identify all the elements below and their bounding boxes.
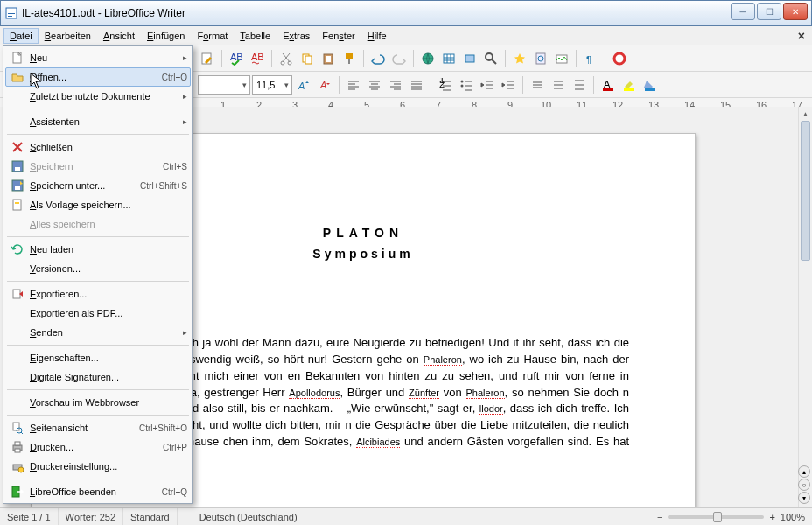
window-title: IL-ates4101.odt - LibreOffice Writer bbox=[22, 7, 186, 19]
exit-icon bbox=[9, 485, 26, 499]
line-spacing-15-icon[interactable] bbox=[549, 75, 568, 94]
table-icon[interactable] bbox=[439, 49, 458, 68]
menu-item-senden[interactable]: Senden▸ bbox=[5, 323, 191, 342]
navigator-icon[interactable] bbox=[531, 49, 550, 68]
menu-item-drucken[interactable]: Drucken...Ctrl+P bbox=[5, 438, 191, 457]
close-button[interactable]: ✕ bbox=[783, 3, 808, 20]
spellcheck-icon[interactable]: ABC bbox=[227, 49, 246, 68]
reload-icon bbox=[9, 242, 26, 256]
menu-extras[interactable]: Extras bbox=[276, 28, 316, 44]
menu-item-alles-speichern[interactable]: Alles speichern bbox=[5, 214, 191, 234]
menu-einfuegen[interactable]: Einfügen bbox=[141, 28, 191, 44]
zoom-value[interactable]: 100% bbox=[780, 512, 805, 522]
new-icon bbox=[9, 51, 26, 65]
menu-item-exportieren-als-pdf[interactable]: Exportieren als PDF... bbox=[5, 304, 191, 323]
menu-item-vorschau-im-webbrowser[interactable]: Vorschau im Webbrowser bbox=[5, 393, 191, 412]
menu-item-exportieren[interactable]: Exportieren... bbox=[5, 284, 191, 304]
submenu-arrow-icon: ▸ bbox=[183, 117, 187, 126]
nav-up-icon[interactable]: ▴ bbox=[798, 466, 810, 478]
star-icon[interactable] bbox=[510, 49, 529, 68]
maximize-button[interactable]: ☐ bbox=[757, 3, 781, 20]
format-paint-icon[interactable] bbox=[340, 49, 359, 68]
highlight-icon[interactable] bbox=[620, 75, 639, 94]
vertical-scrollbar[interactable]: ▲ ▼ bbox=[798, 107, 812, 508]
font-size-combo[interactable]: 11,5 bbox=[252, 75, 292, 94]
menu-item-zuletzt-benutzte-dokumente[interactable]: Zuletzt benutzte Dokumente▸ bbox=[5, 87, 191, 106]
undo-icon[interactable] bbox=[368, 49, 388, 68]
menu-bearbeiten[interactable]: Bearbeiten bbox=[38, 28, 97, 44]
cut-icon[interactable] bbox=[276, 49, 296, 68]
menu-item-assistenten[interactable]: Assistenten▸ bbox=[5, 112, 191, 131]
menu-item-versionen[interactable]: Versionen... bbox=[5, 259, 191, 278]
menu-item-libreoffice-beenden[interactable]: LibreOffice beendenCtrl+Q bbox=[5, 482, 191, 501]
status-lang[interactable]: Deutsch (Deutschland) bbox=[192, 508, 305, 525]
menu-item-label: Senden bbox=[30, 327, 179, 338]
menu-item-speichern[interactable]: SpeichernCtrl+S bbox=[5, 157, 191, 176]
svg-rect-32 bbox=[624, 88, 634, 91]
menu-item-neu-laden[interactable]: Neu laden bbox=[5, 240, 191, 259]
menu-item-ffnen[interactable]: Öffnen...Ctrl+O bbox=[5, 67, 191, 87]
line-spacing-2-icon[interactable] bbox=[570, 75, 589, 94]
bg-color-icon[interactable] bbox=[640, 75, 660, 94]
menu-item-digitale-signaturen[interactable]: Digitale Signaturen... bbox=[5, 368, 191, 387]
zoom-out-icon[interactable]: − bbox=[657, 512, 662, 522]
help-icon[interactable] bbox=[610, 49, 629, 68]
paste-icon[interactable] bbox=[318, 49, 338, 68]
align-center-icon[interactable] bbox=[365, 75, 384, 94]
menu-item-label: Neu bbox=[30, 52, 179, 63]
font-grow-icon[interactable]: A bbox=[294, 75, 313, 94]
menu-item-als-vorlage-speichern[interactable]: Als Vorlage speichern... bbox=[5, 195, 191, 214]
menu-ansicht[interactable]: Ansicht bbox=[97, 28, 141, 44]
hyperlink-icon[interactable] bbox=[418, 49, 438, 68]
menu-format[interactable]: Format bbox=[191, 28, 234, 44]
scroll-thumb[interactable] bbox=[801, 121, 810, 261]
zoom-in-icon[interactable]: + bbox=[769, 512, 774, 522]
autospell-icon[interactable]: ABC bbox=[248, 49, 267, 68]
menu-item-label: Schließen bbox=[30, 142, 187, 152]
gallery-icon[interactable] bbox=[552, 49, 571, 68]
menu-tabelle[interactable]: Tabelle bbox=[234, 28, 276, 44]
svg-rect-1 bbox=[8, 10, 15, 11]
font-name-combo[interactable] bbox=[198, 75, 250, 94]
align-left-icon[interactable] bbox=[344, 75, 363, 94]
menu-fenster[interactable]: Fenster bbox=[316, 28, 360, 44]
status-words[interactable]: Wörter: 252 bbox=[59, 508, 123, 525]
menu-item-speichern-unter[interactable]: Speichern unter...Ctrl+Shift+S bbox=[5, 176, 191, 195]
menu-item-druckereinstellung[interactable]: Druckereinstellung... bbox=[5, 457, 191, 476]
font-color-icon[interactable]: A bbox=[598, 75, 618, 94]
list-num-icon[interactable]: 12 bbox=[436, 75, 455, 94]
align-justify-icon[interactable] bbox=[407, 75, 426, 94]
copy-icon[interactable] bbox=[298, 49, 317, 68]
menu-datei[interactable]: Datei bbox=[4, 28, 38, 44]
nav-select-icon[interactable]: ○ bbox=[798, 479, 810, 491]
edit-icon[interactable] bbox=[198, 49, 217, 68]
find-icon[interactable] bbox=[481, 49, 500, 68]
menu-item-schlie-en[interactable]: Schließen bbox=[5, 137, 191, 157]
font-shrink-icon[interactable]: A bbox=[315, 75, 334, 94]
menu-shortcut: Ctrl+P bbox=[163, 443, 187, 452]
list-bullet-icon[interactable] bbox=[457, 75, 476, 94]
indent-dec-icon[interactable] bbox=[478, 75, 497, 94]
svg-rect-41 bbox=[13, 290, 20, 298]
zoom-slider[interactable] bbox=[668, 515, 764, 519]
document-close-icon[interactable]: × bbox=[798, 29, 805, 43]
minimize-button[interactable]: ─ bbox=[731, 3, 755, 20]
menu-item-neu[interactable]: Neu▸ bbox=[5, 48, 191, 67]
status-page[interactable]: Seite 1 / 1 bbox=[0, 508, 59, 525]
menu-item-seitenansicht[interactable]: SeitenansichtCtrl+Shift+O bbox=[5, 418, 191, 438]
nav-down-icon[interactable]: ▾ bbox=[798, 492, 810, 504]
scroll-up-icon[interactable]: ▲ bbox=[799, 107, 812, 121]
redo-icon[interactable] bbox=[389, 49, 409, 68]
menu-hilfe[interactable]: Hilfe bbox=[361, 28, 393, 44]
indent-inc-icon[interactable] bbox=[499, 75, 518, 94]
status-style[interactable]: Standard bbox=[123, 508, 178, 525]
open-icon bbox=[9, 70, 26, 84]
nonprinting-icon[interactable]: ¶ bbox=[581, 49, 600, 68]
rect-icon[interactable] bbox=[460, 49, 480, 68]
align-right-icon[interactable] bbox=[386, 75, 405, 94]
menu-item-eigenschaften[interactable]: Eigenschaften... bbox=[5, 348, 191, 368]
line-spacing-1-icon[interactable] bbox=[528, 75, 547, 94]
menu-shortcut: Ctrl+Shift+O bbox=[139, 424, 187, 433]
export-icon bbox=[9, 287, 26, 301]
svg-point-23 bbox=[614, 53, 625, 64]
